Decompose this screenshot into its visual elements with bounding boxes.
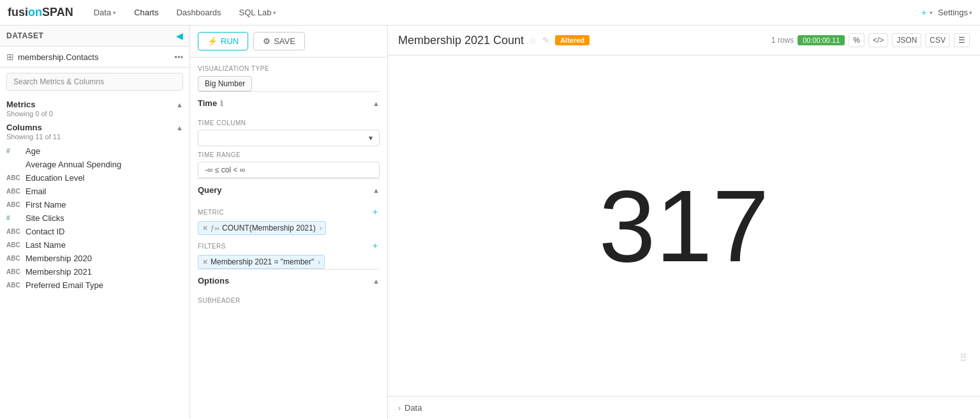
run-button[interactable]: ⚡ RUN (198, 32, 248, 50)
sqllab-chevron-icon: ▾ (273, 10, 276, 16)
list-item[interactable]: ABCFirst Name (0, 198, 189, 211)
col-name-label: Age (26, 146, 40, 156)
list-item[interactable]: ABCEmail (0, 185, 189, 198)
nav-item-dashboards[interactable]: Dashboards (168, 4, 228, 21)
filters-pills: ✕ Membership 2021 = "member" › (198, 255, 380, 269)
topnav-right: ＋ ▾ Settings ▾ (919, 7, 972, 19)
metrics-count: Showing 0 of 0 (6, 110, 183, 118)
nav-charts-label: Charts (134, 8, 158, 17)
metric-pills: ✕ ƒ∞ COUNT(Membership 2021) › (198, 221, 380, 235)
csv-button[interactable]: CSV (925, 33, 950, 47)
nav-item-sqllab[interactable]: SQL Lab ▾ (232, 4, 285, 21)
footer-chevron-icon: › (398, 404, 401, 413)
star-icon[interactable]: ☆ (529, 35, 537, 45)
filters-add-icon[interactable]: ＋ (371, 240, 380, 252)
col-type-label: ABC (6, 241, 22, 248)
time-range-select[interactable]: -∞ ≤ col < ∞ (198, 162, 380, 178)
nav-dashboards-label: Dashboards (176, 8, 221, 17)
chart-area: 317 ⠿ (388, 56, 980, 396)
filters-field: FILTERS ＋ ✕ Membership 2021 = "member" › (198, 240, 380, 269)
metrics-title: Metrics (6, 100, 36, 109)
time-column-select[interactable]: ▾ (198, 130, 380, 146)
action-bar: ⚡ RUN ⚙ SAVE (190, 26, 387, 57)
right-panel: Membership 2021 Count ☆ ✎ Altered 1 rows… (388, 26, 980, 419)
add-button[interactable]: ＋ ▾ (919, 7, 933, 19)
metric-pill[interactable]: ✕ ƒ∞ COUNT(Membership 2021) › (198, 221, 326, 235)
list-item[interactable]: ABCContact ID (0, 225, 189, 238)
edit-icon[interactable]: ✎ (542, 35, 550, 45)
options-chevron-icon: ▲ (373, 277, 380, 285)
col-type-label: # (6, 215, 22, 222)
col-name-label: Contact ID (26, 227, 64, 236)
subheader-label: SUBHEADER (198, 297, 380, 304)
list-item[interactable]: ABCMembership 2021 (0, 265, 189, 278)
more-button[interactable]: ☰ (954, 33, 970, 47)
nav-item-data[interactable]: Data ▾ (86, 4, 124, 21)
viz-type-label: VISUALIZATION TYPE (198, 65, 380, 72)
columns-section-header[interactable]: Columns ▲ (6, 123, 183, 132)
query-section-header[interactable]: Query ▲ (198, 178, 380, 201)
metric-add-icon[interactable]: ＋ (371, 206, 380, 218)
metrics-section-header[interactable]: Metrics ▲ (6, 100, 183, 109)
json-button[interactable]: JSON (892, 33, 921, 47)
filters-label: FILTERS ＋ (198, 240, 380, 252)
big-number: 317 (599, 175, 769, 277)
options-section-header[interactable]: Options ▲ (198, 269, 380, 292)
metrics-chevron-icon: ▲ (176, 101, 183, 109)
data-chevron-icon: ▾ (113, 10, 116, 16)
nav-data-label: Data (94, 8, 111, 17)
nav-item-charts[interactable]: Charts (126, 4, 166, 21)
list-item[interactable]: #Age (0, 144, 189, 158)
list-item[interactable]: #Site Clicks (0, 211, 189, 225)
list-item[interactable]: Average Annual Spending (0, 158, 189, 171)
dataset-menu-icon[interactable]: ••• (174, 52, 183, 62)
metrics-section: Metrics ▲ Showing 0 of 0 (0, 96, 189, 119)
col-type-label: ABC (6, 188, 22, 195)
settings-button[interactable]: Settings ▾ (938, 8, 972, 17)
metric-expand-icon[interactable]: › (320, 224, 322, 232)
search-metrics-input[interactable]: Search Metrics & Columns (6, 73, 183, 91)
time-section-header[interactable]: Time ℹ ▲ (198, 91, 380, 114)
filter-expand-icon[interactable]: › (318, 258, 320, 266)
run-label: RUN (221, 36, 239, 46)
metric-value: COUNT(Membership 2021) (222, 224, 316, 232)
time-label: Time (198, 98, 217, 108)
filter-value: Membership 2021 = "member" (211, 257, 314, 266)
col-type-label: ABC (6, 201, 22, 208)
columns-section: Columns ▲ Showing 11 of 11 (0, 119, 189, 142)
filter-pill[interactable]: ✕ Membership 2021 = "member" › (198, 255, 325, 269)
col-type-label: ABC (6, 174, 22, 181)
chart-footer[interactable]: › Data (388, 396, 980, 419)
query-section: Query ▲ METRIC ＋ ✕ ƒ∞ COUNT(Membership 2… (198, 178, 380, 269)
save-button[interactable]: ⚙ SAVE (253, 32, 305, 50)
time-column-label: TIME COLUMN (198, 119, 380, 126)
list-item[interactable]: ABCPreferred Email Type (0, 278, 189, 292)
col-type-label: ABC (6, 282, 22, 289)
list-item[interactable]: ABCLast Name (0, 238, 189, 252)
list-item[interactable]: ABCMembership 2020 (0, 252, 189, 265)
percent-button[interactable]: % (849, 33, 865, 47)
col-type-label: ABC (6, 268, 22, 275)
query-section-title: Query (198, 185, 222, 195)
drag-handle-icon[interactable]: ⠿ (960, 352, 967, 364)
col-name-label: First Name (26, 200, 66, 210)
viz-type-badge[interactable]: Big Number (198, 76, 252, 91)
plus-icon: ＋ (919, 7, 928, 19)
code-button[interactable]: </> (868, 33, 888, 47)
metric-label-text: METRIC (198, 209, 224, 216)
logo-on: on (28, 6, 42, 19)
add-chevron-icon: ▾ (930, 10, 933, 16)
sidebar-collapse-icon[interactable]: ◀ (176, 31, 183, 41)
options-section: Options ▲ SUBHEADER (198, 269, 380, 304)
filter-remove-icon[interactable]: ✕ (202, 258, 208, 266)
nav-sqllab-label: SQL Lab (239, 8, 272, 17)
time-column-field: TIME COLUMN ▾ (198, 119, 380, 146)
list-item[interactable]: ABCEducation Level (0, 171, 189, 185)
query-chevron-icon: ▲ (373, 187, 380, 194)
settings-chevron-icon: ▾ (969, 10, 972, 16)
time-chevron-icon: ▲ (373, 100, 380, 107)
metric-remove-icon[interactable]: ✕ (202, 224, 208, 232)
search-placeholder: Search Metrics & Columns (13, 77, 104, 86)
dataset-name: membership.Contacts (18, 52, 170, 62)
options-section-title: Options (198, 276, 229, 286)
